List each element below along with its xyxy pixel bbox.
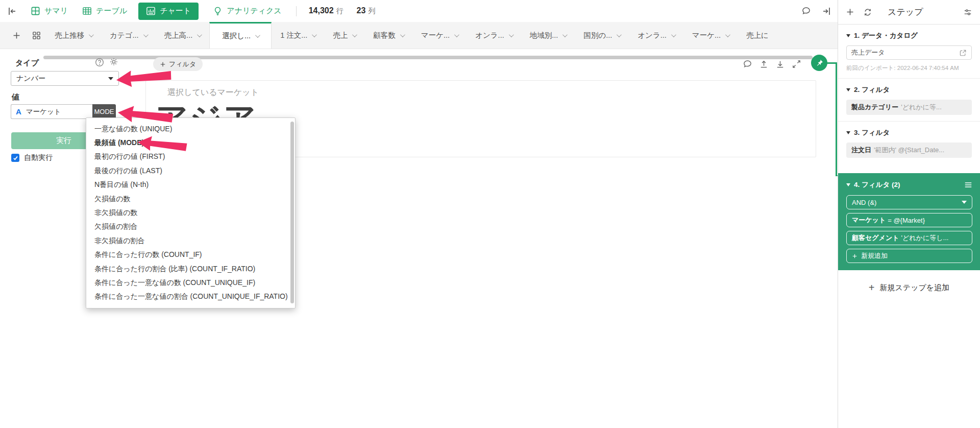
step-filter-2[interactable]: 2. フィルタ 製品カテゴリー 'どれかに等... [838, 79, 980, 122]
collapse-left-icon[interactable] [7, 6, 17, 16]
steps-list: 1. データ・カタログ 売上データ 前回のインポート: 2022-06-24 7… [838, 25, 980, 428]
chevron-down-icon[interactable] [562, 32, 568, 37]
upload-icon[interactable] [759, 59, 769, 69]
view-tab-chart[interactable]: チャート [138, 3, 199, 20]
external-link-icon[interactable] [959, 49, 967, 57]
comment-icon[interactable] [801, 6, 811, 16]
expand-icon[interactable] [792, 59, 801, 69]
aggregate-menu-items: 一意な値の数 (UNIQUE)最頻値 (MODE)最初の行の値 (FIRST)最… [86, 122, 295, 304]
app-window: サマリ テーブル チャート アナリティクス [0, 0, 980, 428]
chart-tab[interactable]: 地域別... [521, 22, 575, 49]
collapse-right-icon[interactable] [821, 6, 831, 16]
gear-icon[interactable] [109, 57, 118, 66]
chart-tab[interactable]: 国別の... [575, 22, 629, 49]
step-header[interactable]: 3. フィルタ [846, 128, 972, 137]
chevron-down-icon[interactable] [671, 32, 676, 37]
menu-scrollbar[interactable] [290, 122, 294, 303]
comment-icon[interactable] [743, 59, 752, 69]
filter-condition-chip[interactable]: 顧客セグメント 'どれかに等し... [846, 231, 972, 245]
aggregate-menu-item[interactable]: 条件に合った一意な値の割合 (COUNT_UNIQUE_IF_RATIO) [86, 290, 295, 304]
download-icon[interactable] [775, 59, 785, 69]
chart-title: 選択しているマーケット [167, 87, 259, 98]
value-field-text: マーケット [26, 107, 61, 116]
chart-tab[interactable]: 売上推移 [46, 22, 101, 49]
aggregate-menu-item[interactable]: 一意な値の数 (UNIQUE) [86, 122, 295, 136]
view-tab-analytics[interactable]: アナリティクス [213, 6, 281, 16]
chart-tab[interactable]: オンラ... [467, 22, 521, 49]
chevron-down-icon[interactable] [509, 32, 514, 37]
step-filter-3[interactable]: 3. フィルタ 注文日 '範囲内' @{Start_Date... [838, 122, 980, 166]
chart-tab[interactable]: マーケ... [412, 22, 467, 49]
add-chart-icon[interactable] [12, 31, 21, 40]
aggregate-menu-item[interactable]: 条件に合った一意な値の数 (COUNT_UNIQUE_IF) [86, 276, 295, 290]
logical-operator-select[interactable]: AND (&) [846, 195, 972, 209]
step-header[interactable]: 2. フィルタ [846, 85, 972, 94]
add-condition-button[interactable]: 新規追加 [846, 249, 972, 263]
chevron-down-icon[interactable] [312, 32, 317, 37]
hamburger-menu-icon[interactable] [964, 181, 972, 189]
type-select[interactable]: ナンバー [11, 71, 119, 86]
autorun-label[interactable]: 自動実行 [24, 153, 53, 162]
chevron-down-icon[interactable] [143, 32, 149, 37]
filter-condition-chip[interactable]: 製品カテゴリー 'どれかに等... [846, 100, 972, 115]
aggregate-menu-item[interactable]: 非欠損値の割合 [86, 234, 295, 248]
chevron-down-icon[interactable] [255, 33, 260, 38]
aggregate-menu-item[interactable]: 条件に合った行の数 (COUNT_IF) [86, 248, 295, 262]
chart-tab[interactable]: オンラ... [629, 22, 683, 49]
chart-tab[interactable]: 顧客数 [364, 22, 412, 49]
aggregate-badge[interactable]: MODE [92, 104, 116, 119]
aggregate-menu-item[interactable]: 条件に合った行の割合 (比率) (COUNT_IF_RATIO) [86, 262, 295, 276]
add-step-icon[interactable] [846, 8, 854, 16]
view-tab-table[interactable]: テーブル [82, 6, 127, 16]
aggregate-menu-item[interactable]: 最初の行の値 (FIRST) [86, 150, 295, 164]
view-tab-summary[interactable]: サマリ [31, 6, 68, 16]
step-data-catalog[interactable]: 1. データ・カタログ 売上データ 前回のインポート: 2022-06-24 7… [838, 25, 980, 79]
sliders-icon[interactable] [963, 8, 972, 17]
view-tab-label: サマリ [44, 6, 68, 16]
chart-tab[interactable]: 1 注文... [272, 22, 324, 49]
chevron-down-icon[interactable] [617, 32, 622, 37]
chart-tab[interactable]: カテゴ... [101, 22, 156, 49]
step-header[interactable]: 4. フィルタ (2) [846, 180, 972, 189]
pin-button[interactable] [811, 55, 827, 71]
chart-tab[interactable]: 売上に [738, 22, 777, 49]
layout-grid-icon[interactable] [32, 31, 41, 40]
chart-tab[interactable]: マーケ... [683, 22, 738, 49]
chevron-down-icon[interactable] [197, 32, 202, 37]
aggregate-menu-item[interactable]: 最頻値 (MODE) [86, 136, 295, 150]
chart-tab[interactable]: 売上高... [156, 22, 210, 49]
chevron-down-icon[interactable] [89, 32, 94, 37]
caret-down-icon [962, 201, 967, 204]
row-count-value: 14,302 [309, 6, 334, 15]
refresh-icon[interactable] [863, 8, 872, 17]
chevron-down-icon[interactable] [352, 32, 357, 37]
chevron-down-icon[interactable] [725, 32, 730, 37]
value-field[interactable]: A マーケット [11, 104, 92, 119]
step-title: 1. データ・カタログ [854, 31, 918, 40]
disclosure-triangle-icon[interactable] [846, 34, 850, 37]
chevron-down-icon[interactable] [454, 32, 459, 37]
type-select-value: ナンバー [16, 74, 45, 83]
help-icon[interactable] [95, 58, 104, 67]
chart-tab[interactable]: 選択し... [209, 22, 272, 49]
aggregate-menu-item[interactable]: 欠損値の数 [86, 192, 295, 206]
aggregate-menu-item[interactable]: 欠損値の割合 [86, 220, 295, 234]
aggregate-menu-item[interactable]: N番目の値 (N-th) [86, 178, 295, 192]
data-source-box[interactable]: 売上データ [846, 45, 972, 60]
chevron-down-icon[interactable] [400, 32, 405, 37]
chart-tab[interactable]: 売上 [324, 22, 364, 49]
aggregate-menu-item[interactable]: 最後の行の値 (LAST) [86, 164, 295, 178]
disclosure-triangle-icon[interactable] [846, 131, 850, 134]
disclosure-triangle-icon[interactable] [846, 88, 850, 91]
filter-condition-chip[interactable]: マーケット = @{Market} [846, 213, 972, 227]
step-title: 4. フィルタ (2) [854, 180, 900, 189]
aggregate-menu-item[interactable]: 非欠損値の数 [86, 206, 295, 220]
step-header[interactable]: 1. データ・カタログ [846, 31, 972, 40]
row-count: 14,302 行 [309, 6, 344, 16]
add-new-step-button[interactable]: + 新規ステップを追加 [838, 282, 980, 293]
step-filter-4-active[interactable]: 4. フィルタ (2) AND (&) マーケット = @{Market} 顧客… [838, 173, 980, 270]
value-label: 値 [12, 92, 19, 102]
autorun-checkbox[interactable] [11, 154, 19, 162]
disclosure-triangle-icon[interactable] [846, 183, 850, 186]
filter-condition-chip[interactable]: 注文日 '範囲内' @{Start_Date... [846, 142, 972, 158]
